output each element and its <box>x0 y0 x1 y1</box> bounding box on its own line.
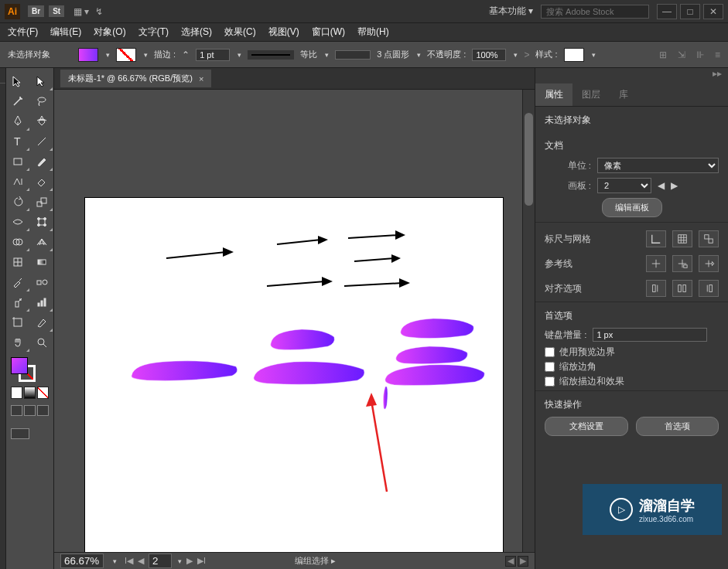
next-artboard-nav-icon[interactable]: ▶ <box>186 556 193 566</box>
menu-window[interactable]: 窗口(W) <box>312 26 345 39</box>
transparency-grid-icon[interactable] <box>699 230 719 247</box>
prev-artboard-nav-icon[interactable]: ◀ <box>138 556 144 566</box>
grid-icon[interactable] <box>672 230 692 247</box>
search-input[interactable] <box>541 5 649 19</box>
transform-icon[interactable]: ⇲ <box>678 49 685 60</box>
artboard-tool[interactable] <box>6 312 30 332</box>
magic-wand-tool[interactable] <box>6 91 30 111</box>
status-mode[interactable]: 编组选择 ▸ <box>295 555 336 567</box>
last-artboard-icon[interactable]: ▶I <box>197 556 206 566</box>
draw-behind[interactable] <box>24 405 36 416</box>
type-tool[interactable]: T <box>6 131 30 152</box>
next-artboard-icon[interactable]: ▶ <box>671 180 678 191</box>
menu-type[interactable]: 文字(T) <box>138 26 169 39</box>
tab-libraries[interactable]: 库 <box>610 83 637 106</box>
lasso-tool[interactable] <box>30 91 54 111</box>
artboard-nav-input[interactable] <box>149 554 172 568</box>
style-swatch[interactable] <box>564 48 584 62</box>
color-mode-gradient[interactable] <box>24 387 36 399</box>
tab-layers[interactable]: 图层 <box>572 83 610 106</box>
menu-edit[interactable]: 编辑(E) <box>50 26 81 39</box>
stroke-weight-input[interactable] <box>196 49 230 61</box>
shape-builder-tool[interactable] <box>6 232 30 252</box>
ruler-icon[interactable] <box>646 230 666 247</box>
gpu-icon[interactable]: ↯ <box>95 6 103 17</box>
gradient-tool[interactable] <box>30 252 54 272</box>
close-tab-icon[interactable]: × <box>199 74 203 83</box>
free-transform-tool[interactable] <box>30 212 54 232</box>
fill-swatch[interactable] <box>78 48 98 62</box>
curvature-tool[interactable] <box>30 111 54 131</box>
menu-file[interactable]: 文件(F) <box>8 26 38 39</box>
perspective-grid-tool[interactable] <box>30 232 54 252</box>
line-tool[interactable] <box>30 131 54 152</box>
brush-preview[interactable] <box>335 50 371 60</box>
paintbrush-tool[interactable] <box>30 152 54 172</box>
artboard-select[interactable]: 2 <box>597 178 651 193</box>
guides-show-icon[interactable] <box>646 255 666 272</box>
width-tool[interactable] <box>6 212 30 232</box>
hand-tool[interactable] <box>6 332 30 353</box>
use-preview-bounds-check[interactable]: 使用预览边界 <box>545 346 719 358</box>
blend-tool[interactable] <box>30 272 54 292</box>
screen-mode[interactable] <box>11 428 29 439</box>
stroke-swatch[interactable] <box>116 48 136 62</box>
left-collapsed-panel[interactable] <box>0 68 6 569</box>
document-tab[interactable]: 未标题-1* @ 66.67% (RGB/预览) × <box>60 70 211 87</box>
canvas-viewport[interactable] <box>54 90 535 569</box>
tab-properties[interactable]: 属性 <box>535 83 572 106</box>
draw-normal[interactable] <box>11 405 22 416</box>
draw-inside[interactable] <box>37 405 49 416</box>
workspace-switcher[interactable]: 基本功能 ▾ <box>489 5 533 18</box>
stroke-dropdown-icon[interactable]: ▾ <box>144 51 148 59</box>
snap-icon[interactable]: ⊪ <box>696 49 704 60</box>
fill-dropdown-icon[interactable]: ▾ <box>106 51 110 59</box>
symbol-sprayer-tool[interactable] <box>6 292 30 312</box>
fill-stroke-indicator[interactable] <box>6 353 53 387</box>
menu-effect[interactable]: 效果(C) <box>224 26 256 39</box>
mesh-tool[interactable] <box>6 252 30 272</box>
slice-tool[interactable] <box>30 312 54 332</box>
align-icon[interactable]: ⊞ <box>659 49 667 60</box>
keyboard-increment-input[interactable] <box>593 328 707 342</box>
doc-setup-button[interactable]: 文档设置 <box>545 417 628 436</box>
scale-corners-check[interactable]: 缩放边角 <box>545 361 719 373</box>
menu-icon[interactable]: ≡ <box>715 49 720 60</box>
scale-stroke-effects-check[interactable]: 缩放描边和效果 <box>545 376 719 387</box>
stroke-weight-dropdown[interactable]: ▾ <box>238 51 241 59</box>
profile-label[interactable]: 3 点圆形 <box>377 49 409 60</box>
zoom-input[interactable] <box>60 554 104 568</box>
vertical-scrollbar[interactable] <box>522 90 535 555</box>
opacity-input[interactable] <box>472 49 506 61</box>
maximize-button[interactable]: □ <box>680 4 700 19</box>
pen-tool[interactable] <box>6 111 30 131</box>
unit-select[interactable]: 像素 <box>597 158 719 173</box>
shaper-tool[interactable] <box>6 172 30 192</box>
menu-object[interactable]: 对象(O) <box>94 26 125 39</box>
rotate-tool[interactable] <box>6 192 30 212</box>
snap-pixel-icon[interactable] <box>646 280 666 297</box>
menu-view[interactable]: 视图(V) <box>268 26 299 39</box>
guides-lock-icon[interactable] <box>672 255 692 272</box>
zoom-tool[interactable] <box>30 332 54 353</box>
eraser-tool[interactable] <box>30 172 54 192</box>
edit-artboards-button[interactable]: 编辑画板 <box>602 198 662 217</box>
hscroll-right-icon[interactable]: ▶ <box>518 556 528 567</box>
arrange-docs-icon[interactable]: ▦ ▾ <box>73 6 89 17</box>
prev-artboard-icon[interactable]: ◀ <box>658 180 665 191</box>
rectangle-tool[interactable] <box>6 152 30 172</box>
fill-indicator[interactable] <box>11 357 28 374</box>
first-artboard-icon[interactable]: I◀ <box>125 556 133 566</box>
snap-grid-icon[interactable] <box>699 280 719 297</box>
snap-point-icon[interactable] <box>672 280 692 297</box>
scale-tool[interactable] <box>30 192 54 212</box>
close-button[interactable]: ✕ <box>703 4 723 19</box>
uniform-label[interactable]: 等比 <box>300 49 317 60</box>
graph-tool[interactable] <box>30 292 54 312</box>
preferences-button[interactable]: 首选项 <box>636 417 719 436</box>
color-mode-none[interactable] <box>37 387 49 399</box>
menu-select[interactable]: 选择(S) <box>181 26 212 39</box>
bridge-button[interactable]: Br <box>28 5 44 17</box>
menu-help[interactable]: 帮助(H) <box>357 26 389 39</box>
panel-collapse-icon[interactable]: ▸▸ <box>535 68 728 83</box>
